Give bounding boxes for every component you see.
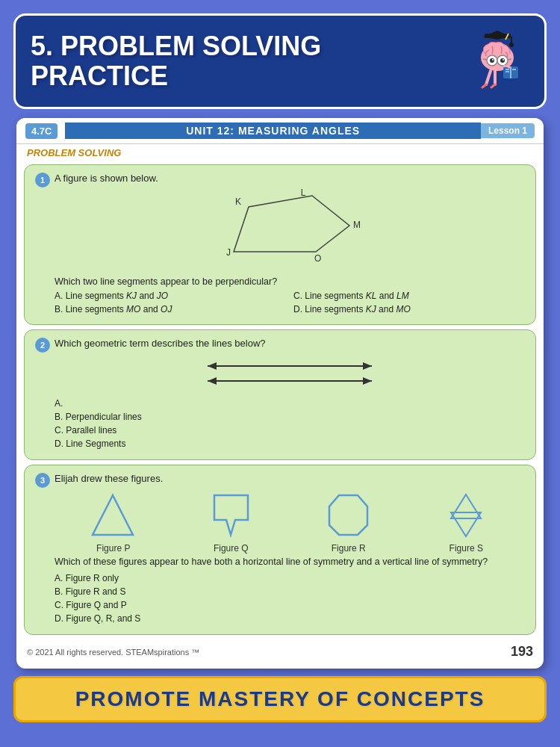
q3-symmetry-question: Which of these figures appear to have bo…: [55, 557, 525, 567]
q3-answers: A. Figure R only B. Figure R and S C. Fi…: [55, 571, 525, 625]
q3-figures-row: Figure P Figure Q: [55, 492, 525, 554]
q2-answer-b: B. Perpendicular lines: [55, 410, 525, 424]
q3-number: 3: [35, 473, 50, 488]
figure-r-svg: [324, 492, 373, 540]
svg-point-13: [492, 59, 494, 61]
svg-marker-35: [363, 377, 372, 385]
section-label: PROBLEM SOLVING: [16, 144, 544, 160]
svg-text:M: M: [353, 220, 361, 230]
q1-answers: A. Line segments KJ and JO C. Line segme…: [55, 290, 525, 315]
page-header: 5. PROBLEM SOLVING PRACTICE: [13, 13, 547, 109]
brain-mascot: [462, 28, 529, 95]
svg-line-10: [508, 59, 511, 60]
figure-p-svg: [89, 492, 137, 540]
svg-marker-36: [93, 495, 133, 535]
figure-r-item: Figure R: [324, 492, 373, 554]
question-2-box: 2 Which geometric term describes the lin…: [24, 329, 536, 460]
figure-p-item: Figure P: [89, 492, 137, 554]
ws-header: 4.7C UNIT 12: MEASURING ANGLES Lesson 1: [16, 118, 544, 144]
bottom-banner-text: PROMOTE MASTERY OF CONCEPTS: [75, 687, 485, 710]
svg-text:O: O: [314, 253, 321, 264]
figure-s-svg: [442, 492, 491, 540]
q3-content: Elijah drew these figures. Figure P: [55, 473, 525, 625]
q1-content: A figure is shown below. L K M J O Which…: [55, 173, 525, 315]
q3-answer-b: B. Figure R and S: [55, 585, 525, 598]
q1-number: 1: [35, 173, 50, 187]
header-title: 5. PROBLEM SOLVING PRACTICE: [31, 31, 321, 90]
svg-line-23: [491, 84, 495, 87]
question-3-box: 3 Elijah drew these figures. Figure P: [24, 465, 536, 635]
svg-marker-40: [451, 512, 481, 536]
q3-answer-a: A. Figure R only: [55, 571, 525, 585]
q2-answers: A. B. Perpendicular lines C. Parallel li…: [55, 397, 525, 450]
svg-point-3: [509, 43, 514, 47]
bottom-banner: PROMOTE MASTERY OF CONCEPTS: [13, 676, 547, 722]
badge-47c: 4.7C: [25, 123, 57, 139]
svg-line-9: [483, 59, 487, 60]
ws-footer: © 2021 All rights reserved. STEAMspirati…: [16, 639, 544, 661]
q3-answer-d: D. Figure Q, R, and S: [55, 612, 525, 625]
q1-polygon-svg: L K M J O: [208, 188, 372, 270]
svg-point-14: [503, 59, 504, 61]
svg-text:L: L: [301, 188, 306, 198]
figure-s-label: Figure S: [449, 543, 483, 554]
q2-arrows-svg: [193, 355, 387, 392]
q1-answer-b: B. Line segments MO and OJ: [55, 303, 286, 315]
svg-line-22: [482, 84, 486, 87]
q2-number: 2: [35, 338, 50, 353]
svg-marker-39: [451, 495, 481, 518]
q2-answer-a: A.: [55, 397, 525, 410]
figure-q-label: Figure Q: [214, 543, 249, 554]
figure-q-item: Figure Q: [207, 492, 255, 554]
lesson-badge: Lesson 1: [481, 123, 535, 138]
q1-perp-question: Which two line segments appear to be per…: [55, 276, 525, 287]
figure-r-label: Figure R: [332, 543, 366, 554]
q1-answer-a: A. Line segments KJ and JO: [55, 290, 286, 302]
svg-marker-37: [214, 495, 248, 535]
q2-answer-c: C. Parallel lines: [55, 424, 525, 437]
svg-text:K: K: [235, 196, 241, 207]
question-2-text: 2 Which geometric term describes the lin…: [35, 338, 525, 450]
q1-figure: L K M J O: [55, 188, 525, 270]
svg-point-12: [500, 58, 505, 63]
q2-content: Which geometric term describes the lines…: [55, 338, 525, 450]
svg-line-20: [486, 71, 491, 84]
worksheet: 4.7C UNIT 12: MEASURING ANGLES Lesson 1 …: [16, 118, 544, 669]
svg-text:J: J: [226, 247, 231, 258]
svg-marker-32: [208, 362, 217, 370]
svg-marker-24: [234, 196, 349, 252]
figure-q-svg: [207, 492, 255, 540]
svg-marker-34: [208, 377, 217, 385]
q1-answer-d: D. Line segments KJ and MO: [293, 303, 525, 315]
question-1-box: 1 A figure is shown below. L K M J O: [24, 164, 536, 325]
page-number: 193: [511, 644, 533, 660]
q2-answer-d: D. Line Segments: [55, 437, 525, 450]
svg-marker-31: [363, 362, 372, 370]
copyright: © 2021 All rights reserved. STEAMspirati…: [27, 648, 199, 657]
svg-marker-38: [329, 495, 367, 535]
question-1-text: 1 A figure is shown below. L K M J O: [35, 173, 525, 315]
svg-point-11: [490, 58, 494, 63]
q1-answer-c: C. Line segments KL and LM: [293, 290, 525, 302]
figure-s-item: Figure S: [442, 492, 491, 554]
q3-answer-c: C. Figure Q and P: [55, 598, 525, 612]
figure-p-label: Figure P: [96, 543, 130, 554]
q2-arrow-diagram: [55, 355, 525, 392]
unit-title: UNIT 12: MEASURING ANGLES: [65, 123, 481, 139]
question-3-text: 3 Elijah drew these figures. Figure P: [35, 473, 525, 625]
